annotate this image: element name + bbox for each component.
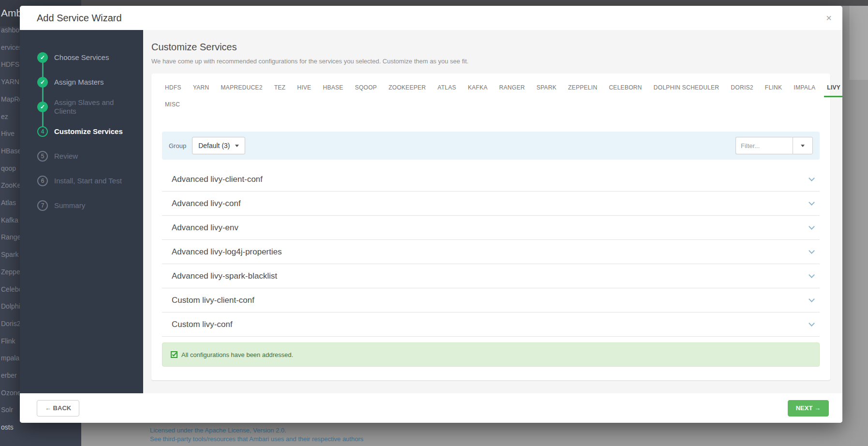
tab-yarn[interactable]: YARN <box>190 80 212 97</box>
wizard-step-install-start-and-test[interactable]: 6Install, Start and Test <box>20 168 143 193</box>
chevron-down-icon <box>809 175 815 181</box>
step-label: Summary <box>54 201 132 210</box>
tab-celeborn[interactable]: CELEBORN <box>606 80 645 97</box>
group-label: Group <box>169 142 186 149</box>
wizard-step-assign-slaves-and-clients[interactable]: ✓Assign Slaves and Clients <box>20 94 143 119</box>
background-sidebar-item: Hive <box>1 130 15 137</box>
service-tabs-row-1: HDFSYARNMAPREDUCE2TEZHIVEHBASESQOOPZOOKE… <box>162 80 820 97</box>
step-check-icon: ✓ <box>37 102 48 112</box>
modal-body: ✓Choose Services✓Assign Masters✓Assign S… <box>20 30 842 393</box>
page-title: Customize Services <box>151 42 830 53</box>
chevron-down-icon <box>809 199 815 206</box>
wizard-steps-sidebar: ✓Choose Services✓Assign Masters✓Assign S… <box>20 30 143 393</box>
tab-livy[interactable]: LIVY <box>824 80 842 97</box>
step-label: Choose Services <box>54 53 132 62</box>
wizard-step-customize-services[interactable]: 4Customize Services <box>20 119 143 144</box>
tab-ranger[interactable]: RANGER <box>496 80 528 97</box>
group-select-dropdown[interactable]: Default (3) <box>192 137 245 154</box>
wizard-step-summary[interactable]: 7Summary <box>20 193 143 218</box>
config-accordion-list: Advanced livy-client-confAdvanced livy-c… <box>162 167 820 337</box>
group-select-value: Default (3) <box>198 142 230 149</box>
tab-atlas[interactable]: ATLAS <box>435 80 459 97</box>
background-footer-links: Licensed under the Apache License, Versi… <box>150 426 364 444</box>
filter-dropdown-button[interactable] <box>793 137 813 154</box>
accordion-advanced-livy-conf[interactable]: Advanced livy-conf <box>162 192 820 216</box>
alert-text: All configurations have been addressed. <box>181 351 293 358</box>
tab-misc[interactable]: MISC <box>162 97 183 114</box>
background-sidebar-item: ervices <box>1 44 22 51</box>
tab-impala[interactable]: IMPALA <box>791 80 818 97</box>
step-label: Customize Services <box>54 127 132 136</box>
tab-hive[interactable]: HIVE <box>294 80 314 97</box>
add-service-wizard-modal: Add Service Wizard × ✓Choose Services✓As… <box>20 6 842 423</box>
modal-title: Add Service Wizard <box>37 13 122 24</box>
background-sidebar-item: Solr <box>1 406 13 414</box>
step-check-icon: ✓ <box>37 77 48 88</box>
filter-input[interactable] <box>736 137 793 154</box>
tab-doris2[interactable]: DORIS2 <box>728 80 756 97</box>
caret-down-icon <box>801 145 805 147</box>
back-button[interactable]: ← BACK <box>37 400 79 416</box>
tab-hdfs[interactable]: HDFS <box>162 80 184 97</box>
license-link[interactable]: Licensed under the Apache License, Versi… <box>150 426 364 435</box>
background-topbar <box>81 0 868 6</box>
accordion-title: Custom livy-client-conf <box>172 296 254 305</box>
step-number-badge: 6 <box>37 176 48 186</box>
background-sidebar-item: Kafka <box>1 216 18 224</box>
background-sidebar-item: HBase <box>1 147 21 155</box>
background-sidebar-item: YARN <box>1 78 19 86</box>
chevron-down-icon <box>809 248 815 254</box>
step-number-badge: 5 <box>37 151 48 162</box>
background-sidebar-item: Atlas <box>1 199 16 207</box>
background-sidebar-item: osts <box>1 423 14 431</box>
third-party-link[interactable]: See third-party tools/resources that Amb… <box>150 435 364 444</box>
background-sidebar-item: Doris2 <box>1 320 20 327</box>
accordion-advanced-livy-spark-blacklist[interactable]: Advanced livy-spark-blacklist <box>162 264 820 288</box>
tab-hbase[interactable]: HBASE <box>320 80 346 97</box>
accordion-title: Advanced livy-log4j-properties <box>172 247 282 257</box>
background-sidebar-item: Flink <box>1 337 15 345</box>
tab-dolphin-scheduler[interactable]: DOLPHIN SCHEDULER <box>651 80 722 97</box>
close-icon[interactable]: × <box>826 13 832 23</box>
background-sidebar-item: qoop <box>1 164 16 172</box>
background-sidebar-item: erber <box>1 372 17 379</box>
service-tabs-row-2: MISC <box>162 97 820 114</box>
background-sidebar-item: HDFS <box>1 60 19 68</box>
tab-zeppelin[interactable]: ZEPPELIN <box>565 80 600 97</box>
wizard-step-review[interactable]: 5Review <box>20 144 143 168</box>
tab-flink[interactable]: FLINK <box>762 80 785 97</box>
step-label: Assign Masters <box>54 78 132 87</box>
accordion-title: Advanced livy-env <box>172 223 238 233</box>
config-card: HDFSYARNMAPREDUCE2TEZHIVEHBASESQOOPZOOKE… <box>151 74 830 380</box>
next-button[interactable]: NEXT → <box>788 400 829 416</box>
tab-kafka[interactable]: KAFKA <box>465 80 490 97</box>
filter-group <box>736 137 813 154</box>
modal-header: Add Service Wizard × <box>20 6 842 30</box>
accordion-title: Custom livy-conf <box>172 320 233 329</box>
accordion-advanced-livy-env[interactable]: Advanced livy-env <box>162 216 820 240</box>
wizard-step-assign-masters[interactable]: ✓Assign Masters <box>20 70 143 94</box>
chevron-down-icon <box>809 272 815 278</box>
background-sidebar-item: Ozone <box>1 389 21 397</box>
background-scrollbar <box>850 6 868 80</box>
accordion-custom-livy-conf[interactable]: Custom livy-conf <box>162 312 820 337</box>
step-check-icon: ✓ <box>37 52 48 63</box>
accordion-advanced-livy-log4j-properties[interactable]: Advanced livy-log4j-properties <box>162 240 820 264</box>
background-sidebar-item: ez <box>1 113 8 120</box>
tab-tez[interactable]: TEZ <box>271 80 289 97</box>
tab-zookeeper[interactable]: ZOOKEEPER <box>385 80 428 97</box>
wizard-step-choose-services[interactable]: ✓Choose Services <box>20 45 143 70</box>
step-number-badge: 7 <box>37 200 48 211</box>
accordion-advanced-livy-client-conf[interactable]: Advanced livy-client-conf <box>162 167 820 192</box>
tab-sqoop[interactable]: SQOOP <box>352 80 380 97</box>
chevron-down-icon <box>235 145 239 147</box>
accordion-custom-livy-client-conf[interactable]: Custom livy-client-conf <box>162 288 820 312</box>
chevron-down-icon <box>809 296 815 302</box>
chevron-down-icon <box>809 320 815 327</box>
background-sidebar-item: mpala <box>1 354 19 362</box>
tab-spark[interactable]: SPARK <box>533 80 559 97</box>
tab-mapreduce2[interactable]: MAPREDUCE2 <box>218 80 265 97</box>
step-label: Review <box>54 152 132 161</box>
page-subtitle: We have come up with recommended configu… <box>151 58 830 65</box>
accordion-title: Advanced livy-client-conf <box>172 175 263 184</box>
